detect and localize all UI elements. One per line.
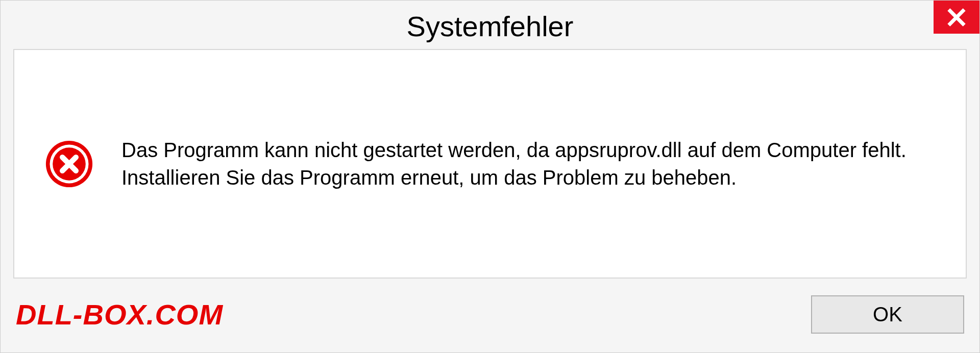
error-dialog: Systemfehler Das Programm kann nicht ges… <box>0 0 980 353</box>
content-panel: Das Programm kann nicht gestartet werden… <box>13 49 967 279</box>
dialog-footer: DLL-BOX.COM OK <box>1 291 979 352</box>
error-icon <box>45 140 93 188</box>
error-message: Das Programm kann nicht gestartet werden… <box>121 136 935 191</box>
close-button[interactable] <box>934 1 979 34</box>
dialog-title: Systemfehler <box>407 10 574 43</box>
watermark-text: DLL-BOX.COM <box>16 298 223 331</box>
close-icon <box>947 8 966 27</box>
titlebar: Systemfehler <box>1 1 979 49</box>
ok-button[interactable]: OK <box>811 295 964 334</box>
